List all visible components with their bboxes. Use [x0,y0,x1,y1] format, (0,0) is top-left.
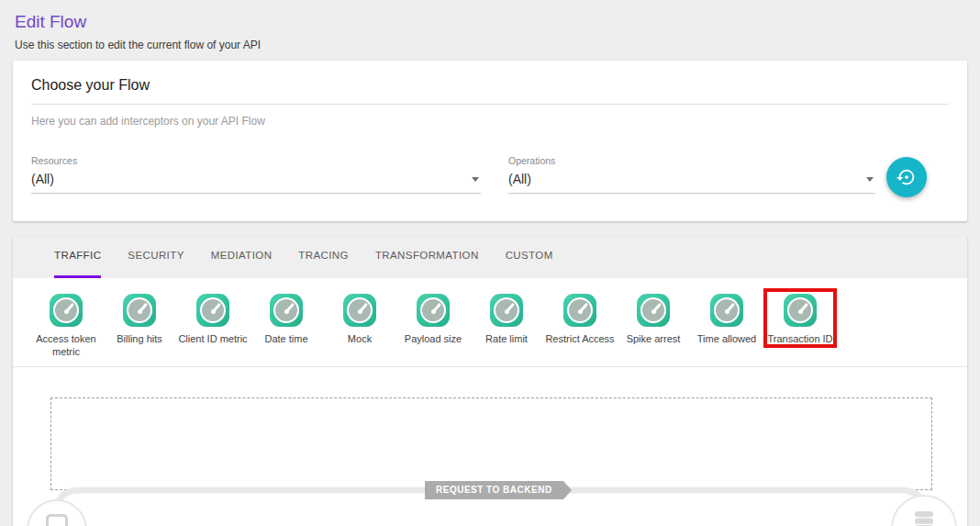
interceptor-payload-size[interactable]: Payload size [398,290,468,346]
interceptor-list: Access token metricBilling hitsClient ID… [13,278,967,367]
operations-value: (All) [508,172,531,186]
gauge-icon [637,294,670,327]
interceptor-mock[interactable]: Mock [325,290,395,346]
gauge-icon [196,294,229,327]
choose-flow-card: Choose your Flow Here you can add interc… [13,61,967,221]
gauge-icon [490,294,523,327]
flow-filter-form: Resources (All) Operations (All) [31,151,949,197]
flow-designer-canvas: REQUEST TO BACKEND [13,367,967,523]
interceptor-billing-hits[interactable]: Billing hits [105,290,174,346]
interceptor-label: Time allowed [692,333,762,346]
choose-flow-title: Choose your Flow [31,77,949,105]
gauge-icon [563,294,596,327]
request-to-backend-badge: REQUEST TO BACKEND [425,481,563,499]
reset-flow-button[interactable] [886,157,927,197]
flow-designer-card: TRAFFICSECURITYMEDIATIONTRACINGTRANSFORM… [13,236,967,526]
page-subtitle: Use this section to edit the current flo… [15,39,965,51]
choose-flow-subtitle: Here you can add interceptors on your AP… [31,115,949,128]
interceptor-spike-arrest[interactable]: Spike arrest [618,290,688,346]
interceptor-rate-limit[interactable]: Rate limit [472,290,541,346]
chevron-down-icon [866,177,874,182]
gauge-icon [784,294,817,327]
tab-bar: TRAFFICSECURITYMEDIATIONTRACINGTRANSFORM… [13,236,967,278]
interceptor-label: Mock [325,333,395,346]
interceptor-transaction-id[interactable]: Transaction ID [765,290,835,346]
gauge-icon [270,294,303,327]
page-title: Edit Flow [15,12,965,32]
interceptor-label: Spike arrest [618,333,688,346]
interceptor-date-time[interactable]: Date time [251,290,321,346]
page-header: Edit Flow Use this section to edit the c… [0,0,980,61]
gauge-icon [343,294,376,327]
tab-security[interactable]: SECURITY [128,236,184,278]
interceptor-time-allowed[interactable]: Time allowed [692,290,762,346]
interceptor-label: Billing hits [105,333,174,346]
tab-mediation[interactable]: MEDIATION [211,236,273,278]
gauge-icon [50,294,83,327]
database-icon [910,521,938,526]
tab-transformation[interactable]: TRANSFORMATION [375,236,479,278]
interceptor-label: Payload size [398,333,468,346]
restore-icon [896,167,917,187]
resources-value: (All) [31,172,54,186]
interceptor-label: Transaction ID [765,333,835,346]
tab-custom[interactable]: CUSTOM [506,236,553,278]
interceptor-label: Client ID metric [178,333,248,346]
chevron-down-icon [472,177,479,182]
client-square-icon [46,514,68,526]
gauge-icon [417,294,450,327]
interceptor-access-token-metric[interactable]: Access token metric [31,290,101,359]
resources-label: Resources [31,155,481,166]
tab-traffic[interactable]: TRAFFIC [54,236,101,278]
resources-select[interactable]: Resources (All) [31,155,481,194]
interceptor-label: Access token metric [31,333,101,359]
gauge-icon [710,294,743,327]
interceptor-restrict-access[interactable]: Restrict Access [545,290,615,346]
gauge-icon [123,294,156,327]
interceptor-label: Restrict Access [545,333,615,346]
interceptor-label: Rate limit [472,333,541,346]
tab-tracing[interactable]: TRACING [298,236,349,278]
operations-label: Operations [508,155,875,166]
interceptor-label: Date time [251,333,321,346]
operations-select[interactable]: Operations (All) [508,155,875,194]
flow-path-line [13,367,967,523]
interceptor-client-id-metric[interactable]: Client ID metric [178,290,248,346]
